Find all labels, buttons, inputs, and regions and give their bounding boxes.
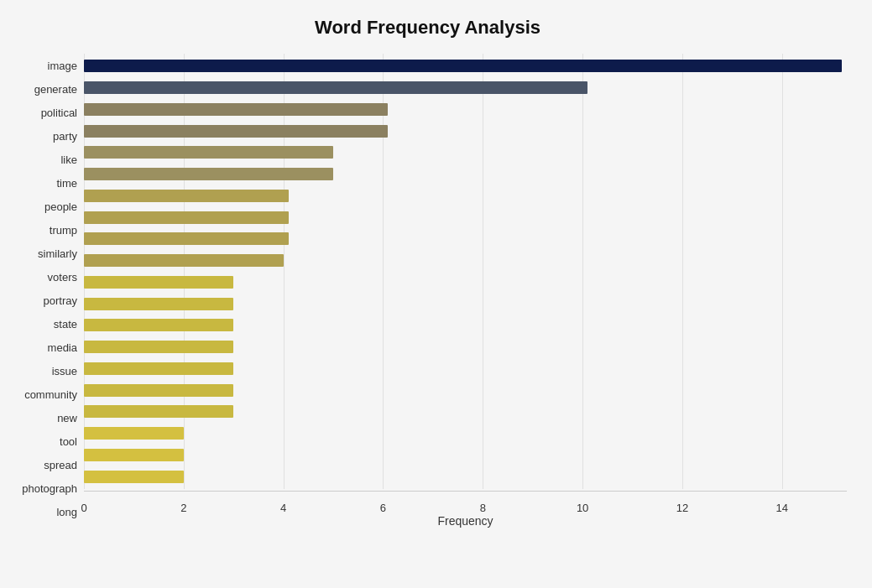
chart-container: Word Frequency Analysis imagegeneratepol…: [0, 0, 872, 588]
bar: [84, 384, 233, 397]
bar-row: [84, 293, 847, 315]
bar-row: [84, 250, 847, 272]
bar: [84, 125, 388, 138]
y-label: portray: [44, 295, 77, 306]
bar: [84, 146, 333, 159]
bar: [84, 298, 233, 310]
y-label: new: [57, 413, 77, 424]
y-label: tool: [60, 436, 77, 447]
y-label: generate: [34, 84, 77, 95]
y-label: party: [53, 131, 77, 142]
bar: [84, 232, 289, 245]
y-axis: imagegeneratepoliticalpartyliketimepeopl…: [8, 54, 84, 524]
x-tick: 4: [280, 502, 286, 514]
y-label: voters: [48, 272, 77, 283]
bar-row: [84, 466, 847, 487]
x-axis: Frequency 02468101214: [84, 491, 847, 524]
x-tick: 14: [776, 502, 788, 514]
bar: [84, 471, 184, 483]
y-label: political: [41, 107, 77, 118]
bar: [84, 254, 284, 267]
y-label: long: [56, 507, 77, 518]
bar: [84, 168, 333, 180]
bar: [84, 341, 233, 353]
chart-title: Word Frequency Analysis: [8, 17, 847, 39]
bar: [84, 427, 184, 440]
bar-row: [84, 120, 847, 142]
y-label: state: [54, 319, 77, 330]
x-tick: 0: [81, 502, 86, 514]
bar-row: [84, 315, 847, 336]
y-label: spread: [44, 460, 77, 471]
y-label: like: [60, 154, 77, 165]
bar: [84, 405, 233, 418]
x-tick: 10: [577, 502, 588, 514]
bar-row: [84, 272, 847, 294]
x-tick: 2: [180, 502, 186, 514]
bar: [84, 211, 289, 224]
bar: [84, 190, 289, 202]
bar: [84, 60, 842, 72]
bar: [84, 103, 388, 116]
bar-row: [84, 401, 847, 423]
bar-row: [84, 55, 847, 77]
y-label: community: [24, 389, 77, 400]
x-tick: 6: [380, 502, 386, 514]
bar-row: [84, 142, 847, 164]
y-label: trump: [50, 225, 77, 236]
bar: [84, 362, 233, 375]
y-label: photograph: [22, 483, 77, 494]
x-tick: 12: [676, 502, 688, 514]
bar-row: [84, 77, 847, 99]
y-label: similarly: [38, 248, 77, 259]
bars-inner: [84, 54, 847, 489]
bar-row: [84, 379, 847, 401]
x-axis-label: Frequency: [84, 514, 847, 528]
bar-row: [84, 228, 847, 250]
bar-row: [84, 206, 847, 228]
bar-row: [84, 164, 847, 185]
bar-row: [84, 185, 847, 207]
bar-row: [84, 445, 847, 466]
x-tick: 8: [480, 502, 486, 514]
chart-area: imagegeneratepoliticalpartyliketimepeopl…: [8, 54, 847, 524]
y-label: issue: [52, 366, 77, 377]
bar: [84, 81, 587, 94]
bars-area: [84, 54, 847, 489]
bar: [84, 319, 233, 331]
bars-and-xaxis: Frequency 02468101214: [84, 54, 847, 524]
y-label: time: [56, 178, 77, 189]
bar-row: [84, 99, 847, 121]
bar-row: [84, 358, 847, 380]
bar: [84, 276, 233, 289]
y-label: people: [44, 201, 77, 212]
bar-row: [84, 423, 847, 445]
bar: [84, 449, 184, 461]
y-label: media: [48, 342, 77, 353]
y-label: image: [48, 60, 77, 71]
bar-row: [84, 336, 847, 358]
